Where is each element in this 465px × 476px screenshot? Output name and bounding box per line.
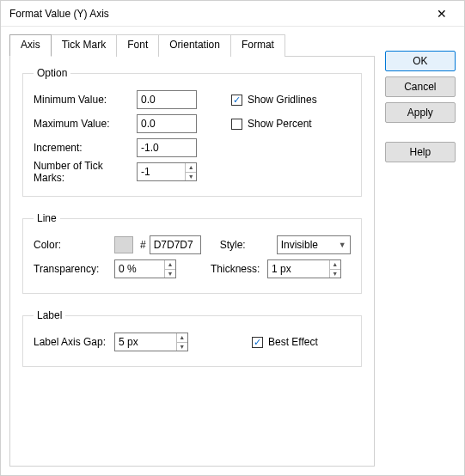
chevron-down-icon[interactable]: ▼ — [330, 270, 340, 278]
minimum-value-label: Minimum Value: — [34, 94, 137, 106]
chevron-up-icon[interactable]: ▲ — [330, 260, 340, 270]
style-value: Invisible — [281, 239, 339, 251]
label-axis-gap-spinner[interactable]: ▲ ▼ — [176, 333, 187, 351]
show-gridlines-checkbox[interactable]: ✓ Show Gridlines — [231, 94, 317, 106]
increment-field[interactable] — [138, 139, 196, 156]
chevron-up-icon[interactable]: ▲ — [177, 333, 187, 343]
best-effect-label: Best Effect — [268, 336, 318, 348]
tickmarks-label: Number of Tick Marks: — [34, 160, 137, 184]
thickness-label: Thickness: — [211, 263, 267, 275]
label-axis-gap-field[interactable] — [115, 333, 176, 351]
dialog-title: Format Value (Y) Axis — [9, 8, 425, 20]
help-button[interactable]: Help — [385, 142, 456, 162]
thickness-field[interactable] — [268, 260, 329, 278]
transparency-field[interactable] — [115, 260, 164, 278]
color-hex-field[interactable] — [150, 236, 200, 253]
thickness-input[interactable]: ▲ ▼ — [267, 259, 341, 278]
close-icon[interactable]: ✕ — [425, 2, 459, 26]
chevron-down-icon[interactable]: ▼ — [165, 270, 175, 278]
chevron-down-icon[interactable]: ▼ — [186, 173, 196, 181]
show-percent-label: Show Percent — [248, 118, 312, 130]
apply-button[interactable]: Apply — [385, 102, 456, 123]
ok-button[interactable]: OK — [385, 51, 456, 71]
main-column: Axis Tick Mark Font Orientation Format O… — [9, 34, 375, 467]
chevron-up-icon[interactable]: ▲ — [165, 260, 175, 270]
increment-input[interactable] — [137, 138, 197, 157]
color-swatch[interactable] — [114, 236, 133, 253]
dialog-window: Format Value (Y) Axis ✕ Axis Tick Mark F… — [0, 0, 465, 476]
tab-orientation[interactable]: Orientation — [159, 34, 231, 57]
color-hex-input[interactable] — [150, 235, 201, 254]
group-option: Option Minimum Value: ✓ Show Gridlines — [22, 67, 362, 197]
style-label: Style: — [220, 239, 277, 251]
group-label-legend: Label — [34, 309, 65, 321]
group-line-legend: Line — [34, 212, 60, 224]
chevron-down-icon[interactable]: ▼ — [177, 343, 187, 351]
checkbox-icon[interactable]: ✓ — [231, 95, 242, 106]
dialog-body: Axis Tick Mark Font Orientation Format O… — [1, 27, 464, 475]
tickmarks-input[interactable]: ▲ ▼ — [137, 162, 197, 181]
group-label: Label Label Axis Gap: ▲ ▼ ✓ — [22, 309, 362, 367]
increment-label: Increment: — [34, 142, 137, 154]
tab-axis[interactable]: Axis — [9, 34, 52, 57]
transparency-spinner[interactable]: ▲ ▼ — [164, 260, 175, 278]
chevron-down-icon: ▼ — [339, 241, 346, 249]
label-axis-gap-input[interactable]: ▲ ▼ — [114, 333, 188, 351]
show-percent-checkbox[interactable]: Show Percent — [231, 118, 312, 130]
show-gridlines-label: Show Gridlines — [248, 94, 317, 106]
label-axis-gap-label: Label Axis Gap: — [34, 336, 114, 348]
cancel-button[interactable]: Cancel — [385, 76, 456, 97]
tickmarks-spinner[interactable]: ▲ ▼ — [185, 163, 196, 180]
thickness-spinner[interactable]: ▲ ▼ — [329, 260, 340, 278]
best-effect-checkbox[interactable]: ✓ Best Effect — [252, 336, 318, 348]
chevron-up-icon[interactable]: ▲ — [186, 163, 196, 173]
side-column: OK Cancel Apply Help — [385, 34, 456, 467]
group-option-legend: Option — [34, 67, 70, 79]
maximum-value-label: Maximum Value: — [34, 118, 137, 130]
checkbox-icon[interactable] — [231, 119, 242, 130]
tabstrip: Axis Tick Mark Font Orientation Format — [9, 34, 375, 56]
minimum-value-field[interactable] — [138, 91, 196, 108]
checkbox-icon[interactable]: ✓ — [252, 337, 263, 348]
minimum-value-input[interactable] — [137, 90, 197, 109]
transparency-input[interactable]: ▲ ▼ — [114, 259, 176, 278]
tab-format[interactable]: Format — [231, 34, 285, 57]
maximum-value-field[interactable] — [138, 115, 196, 132]
tab-tickmark[interactable]: Tick Mark — [52, 34, 118, 57]
color-label: Color: — [34, 239, 114, 251]
transparency-label: Transparency: — [34, 263, 114, 275]
hash-symbol: # — [140, 239, 146, 251]
tickmarks-field[interactable] — [138, 163, 185, 180]
tab-panel-axis: Option Minimum Value: ✓ Show Gridlines — [9, 56, 375, 467]
style-select[interactable]: Invisible ▼ — [277, 235, 351, 254]
titlebar: Format Value (Y) Axis ✕ — [1, 1, 464, 27]
tab-font[interactable]: Font — [117, 34, 159, 57]
maximum-value-input[interactable] — [137, 114, 197, 133]
group-line: Line Color: # Style: Invisible ▼ — [22, 212, 362, 294]
